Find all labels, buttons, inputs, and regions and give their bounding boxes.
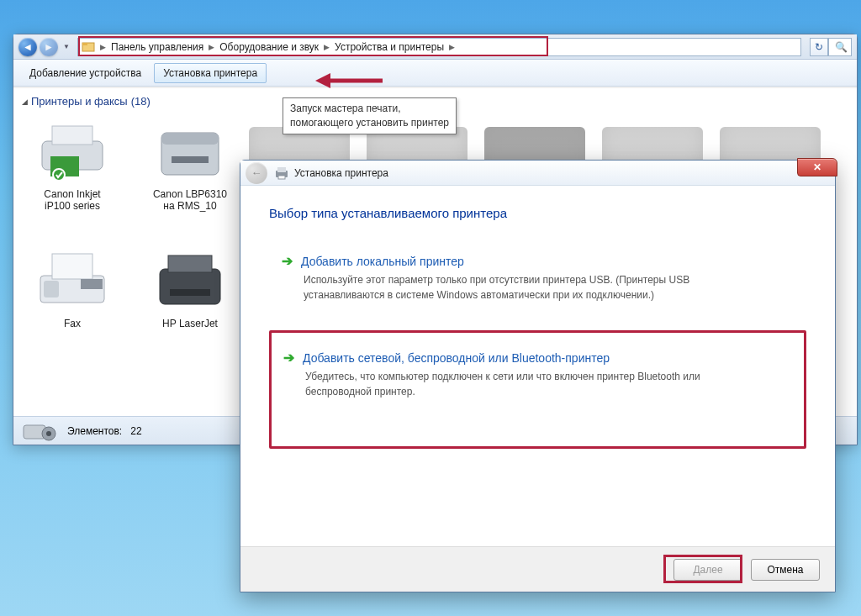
- collapse-icon: ◢: [22, 97, 28, 106]
- option-title: Добавить сетевой, беспроводной или Bluet…: [303, 351, 610, 365]
- next-button: Далее: [673, 559, 742, 581]
- control-panel-icon: [82, 40, 95, 54]
- wizard-button-bar: Далее Отмена: [240, 546, 835, 592]
- wizard-body: Выбор типа устанавливаемого принтера ➔ Д…: [240, 186, 835, 449]
- laser-printer-icon: [153, 118, 227, 183]
- address-bar[interactable]: ▶ Панель управления ▶ Оборудование и зву…: [77, 38, 801, 56]
- option-title: Добавить локальный принтер: [301, 255, 464, 268]
- printer-label: Canon LBP6310: [140, 188, 240, 200]
- printer-label: Canon Inkjet: [22, 188, 123, 200]
- chevron-right-icon: ▶: [322, 43, 331, 51]
- toolbar: Добавление устройства Установка принтера: [13, 60, 857, 87]
- arrow-icon: ➔: [282, 253, 293, 269]
- printer-item[interactable]: Canon Inkjet iP100 series: [22, 118, 123, 212]
- svg-rect-23: [277, 167, 286, 172]
- nav-bar: ◄ ► ▼ ▶ Панель управления ▶ Оборудование…: [13, 34, 857, 60]
- group-count: (18): [131, 95, 151, 108]
- svg-rect-1: [82, 43, 87, 45]
- status-label: Элементов:: [67, 425, 122, 437]
- svg-rect-14: [160, 269, 220, 304]
- nav-back-button[interactable]: ◄: [18, 38, 37, 56]
- printer-label: HP LaserJet: [140, 318, 240, 329]
- wizard-heading: Выбор типа устанавливаемого принтера: [269, 206, 806, 220]
- svg-rect-11: [52, 254, 92, 279]
- inkjet-printer-icon: [35, 118, 109, 183]
- svg-rect-3: [52, 126, 92, 145]
- nav-forward-button[interactable]: ►: [40, 38, 58, 56]
- svg-rect-24: [278, 176, 285, 179]
- search-box[interactable]: 🔍: [828, 38, 852, 56]
- svg-point-19: [46, 431, 51, 436]
- breadcrumb-item[interactable]: Панель управления: [108, 41, 207, 53]
- breadcrumb-item[interactable]: Оборудование и звук: [216, 41, 322, 53]
- printer-item[interactable]: HP LaserJet: [140, 247, 240, 329]
- tooltip: Запуск мастера печати, помогающего устан…: [283, 97, 457, 134]
- printer-item[interactable]: Canon LBP6310 на RMS_10: [140, 118, 240, 212]
- svg-rect-8: [161, 133, 219, 145]
- printer-label: на RMS_10: [140, 200, 240, 212]
- chevron-right-icon: ▶: [207, 43, 216, 51]
- svg-rect-12: [44, 281, 59, 297]
- search-icon: 🔍: [835, 41, 848, 53]
- status-count: 22: [130, 425, 141, 437]
- fax-icon: [35, 247, 109, 313]
- option-description: Используйте этот параметр только при отс…: [282, 272, 753, 303]
- option-description: Убедитесь, что компьютер подключен к сет…: [283, 369, 754, 399]
- arrow-icon: ➔: [283, 350, 294, 366]
- close-button[interactable]: ✕: [797, 158, 837, 176]
- cancel-button[interactable]: Отмена: [751, 559, 820, 581]
- svg-point-6: [53, 169, 65, 181]
- printer-label: iP100 series: [22, 200, 123, 212]
- laser-printer-icon: [153, 247, 227, 313]
- add-device-button[interactable]: Добавление устройства: [20, 63, 151, 83]
- svg-rect-13: [81, 279, 103, 289]
- printer-label: Fax: [22, 318, 123, 329]
- svg-rect-16: [170, 289, 210, 296]
- svg-rect-15: [168, 255, 212, 272]
- svg-rect-9: [172, 156, 209, 163]
- add-printer-wizard: ← Установка принтера ✕ Выбор типа устана…: [240, 160, 836, 592]
- wizard-title-text: Установка принтера: [294, 167, 388, 179]
- option-local-printer[interactable]: ➔ Добавить локальный принтер Используйте…: [269, 244, 806, 315]
- option-network-printer[interactable]: ➔ Добавить сетевой, беспроводной или Blu…: [269, 330, 806, 449]
- wizard-back-button: ←: [246, 162, 267, 184]
- add-printer-button[interactable]: Установка принтера: [154, 63, 267, 83]
- printer-item[interactable]: Fax: [22, 247, 123, 329]
- group-title: Принтеры и факсы: [31, 95, 128, 108]
- refresh-button[interactable]: ↻: [810, 38, 828, 56]
- devices-icon: [22, 420, 59, 442]
- chevron-right-icon: ▶: [98, 43, 108, 51]
- wizard-titlebar: ← Установка принтера ✕: [240, 161, 835, 186]
- printer-icon: [274, 166, 289, 181]
- chevron-right-icon: ▶: [447, 43, 457, 51]
- breadcrumb-item[interactable]: Устройства и принтеры: [331, 41, 447, 53]
- nav-history-dropdown[interactable]: ▼: [61, 38, 72, 56]
